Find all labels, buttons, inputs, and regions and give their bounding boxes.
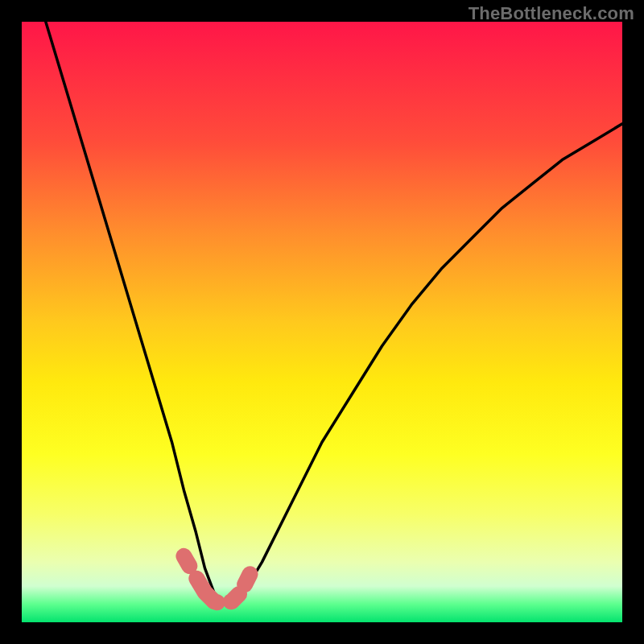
plot-area [22,22,622,622]
chart-frame: TheBottleneck.com [0,0,644,644]
watermark-text: TheBottleneck.com [469,3,634,24]
